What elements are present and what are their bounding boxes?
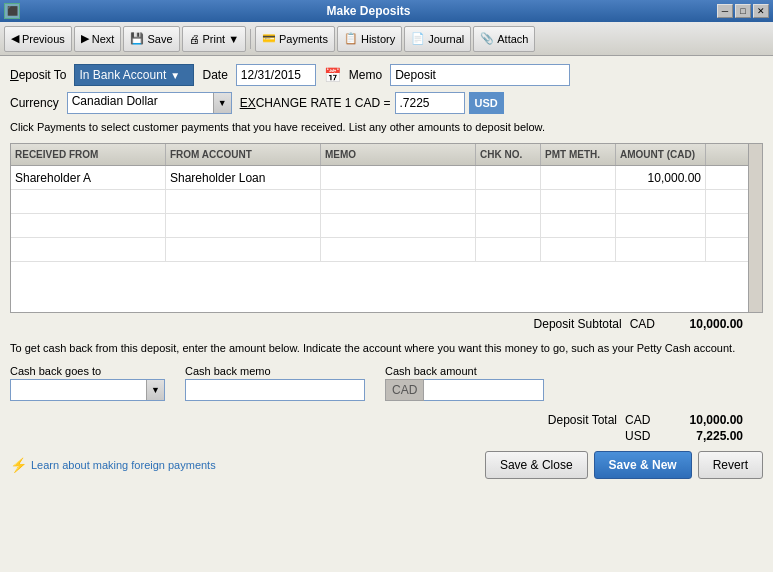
save-button[interactable]: 💾 Save [123,26,179,52]
col-pmt-meth: PMT METH. [541,144,616,165]
bottom-buttons: Save & Close Save & New Revert [485,451,763,479]
cell-received-from[interactable]: Shareholder A [11,166,166,189]
print-dropdown-arrow[interactable]: ▼ [228,33,239,45]
memo-input[interactable] [390,64,570,86]
cash-back-goes-to-select[interactable]: ▼ [10,379,165,401]
cell-empty[interactable] [476,238,541,261]
revert-button[interactable]: Revert [698,451,763,479]
table-row[interactable]: Shareholder A Shareholder Loan 10,000.00 [11,166,762,190]
close-button[interactable]: ✕ [753,4,769,18]
cell-empty[interactable] [541,190,616,213]
table-body: Shareholder A Shareholder Loan 10,000.00 [11,166,762,313]
cell-empty[interactable] [11,214,166,237]
cell-empty[interactable] [616,238,706,261]
col-memo: MEMO [321,144,476,165]
deposit-to-select[interactable]: In Bank Account ▼ [74,64,194,86]
save-close-button[interactable]: Save & Close [485,451,588,479]
minimize-button[interactable]: ─ [717,4,733,18]
payments-icon: 💳 [262,32,276,45]
cell-empty[interactable] [166,214,321,237]
bottom-bar: ⚡ Learn about making foreign payments Sa… [10,451,763,479]
toolbar: ◀ Previous ▶ Next 💾 Save 🖨 Print ▼ 💳 Pay… [0,22,773,56]
cell-empty[interactable] [476,190,541,213]
cell-memo[interactable] [321,166,476,189]
date-input[interactable] [236,64,316,86]
deposit-total-cad-currency: CAD [625,413,655,427]
cell-empty[interactable] [476,214,541,237]
subtotal-row: Deposit Subtotal CAD 10,000.00 [10,317,763,331]
cell-pmt-meth[interactable] [541,166,616,189]
save-label: Save [147,33,172,45]
title-bar: ⬛ Make Deposits ─ □ ✕ [0,0,773,22]
cell-empty[interactable] [321,190,476,213]
journal-label: Journal [428,33,464,45]
cell-empty[interactable] [321,238,476,261]
total-row-usd: USD 7,225.00 [617,429,743,443]
currency-arrow[interactable]: ▼ [213,93,231,113]
journal-button[interactable]: 📄 Journal [404,26,471,52]
memo-label: Memo [349,68,382,82]
cash-back-amount-group: CAD [385,379,544,401]
cell-empty[interactable] [616,214,706,237]
cell-chk-no[interactable] [476,166,541,189]
payments-button[interactable]: 💳 Payments [255,26,335,52]
cash-back-section: To get cash back from this deposit, ente… [10,337,763,412]
history-button[interactable]: 📋 History [337,26,402,52]
main-content: Deposit To In Bank Account ▼ Date 📅 Memo… [0,56,773,572]
attach-label: Attach [497,33,528,45]
cell-empty[interactable] [541,238,616,261]
cell-empty[interactable] [166,238,321,261]
attach-button[interactable]: 📎 Attach [473,26,535,52]
learn-link[interactable]: ⚡ Learn about making foreign payments [10,457,216,473]
next-button[interactable]: ▶ Next [74,26,122,52]
print-button[interactable]: 🖨 Print ▼ [182,26,247,52]
deposit-to-value: In Bank Account [79,68,166,82]
table-scrollbar[interactable] [748,144,762,312]
cell-empty[interactable] [321,214,476,237]
cash-back-select-arrow[interactable]: ▼ [146,380,164,400]
info-text: Click Payments to select customer paymen… [10,120,763,135]
previous-button[interactable]: ◀ Previous [4,26,72,52]
col-from-account: FROM ACCOUNT [166,144,321,165]
total-row-cad: Deposit Total CAD 10,000.00 [548,413,743,427]
next-label: Next [92,33,115,45]
cell-empty[interactable] [541,214,616,237]
toolbar-separator [250,29,251,49]
cash-back-account-value [11,380,146,400]
total-section: Deposit Total CAD 10,000.00 USD 7,225.00 [10,413,763,443]
cell-empty[interactable] [11,190,166,213]
currency-value: Canadian Dollar [68,93,213,113]
col-amount: AMOUNT (CAD) [616,144,706,165]
table-row-empty-3[interactable] [11,238,762,262]
cell-empty[interactable] [166,190,321,213]
currency-select[interactable]: Canadian Dollar ▼ [67,92,232,114]
table-row-empty-1[interactable] [11,190,762,214]
print-icon: 🖨 [189,33,200,45]
cash-back-memo-label: Cash back memo [185,365,365,377]
col-received-from: RECEIVED FROM [11,144,166,165]
cash-back-info: To get cash back from this deposit, ente… [10,341,763,356]
lightning-icon: ⚡ [10,457,27,473]
table-row-empty-2[interactable] [11,214,762,238]
deposit-form-row: Deposit To In Bank Account ▼ Date 📅 Memo [10,64,763,86]
exchange-rate-input[interactable] [395,92,465,114]
cell-from-account[interactable]: Shareholder Loan [166,166,321,189]
cash-back-amount-input[interactable] [424,379,544,401]
maximize-button[interactable]: □ [735,4,751,18]
previous-icon: ◀ [11,32,19,45]
save-icon: 💾 [130,32,144,45]
print-label: Print [203,33,226,45]
exchange-rate-box: EXCHANGE RATE 1 CAD = USD [240,92,504,114]
cell-empty[interactable] [616,190,706,213]
calendar-icon[interactable]: 📅 [324,67,341,83]
cash-back-memo-input[interactable] [185,379,365,401]
cell-empty[interactable] [11,238,166,261]
next-icon: ▶ [81,32,89,45]
subtotal-label: Deposit Subtotal [534,317,622,331]
save-new-button[interactable]: Save & New [594,451,692,479]
window-title: Make Deposits [20,4,717,18]
exchange-label: EXCHANGE RATE 1 CAD = [240,96,391,110]
cell-amount[interactable]: 10,000.00 [616,166,706,189]
learn-link-text: Learn about making foreign payments [31,459,216,471]
cad-prefix: CAD [385,379,424,401]
